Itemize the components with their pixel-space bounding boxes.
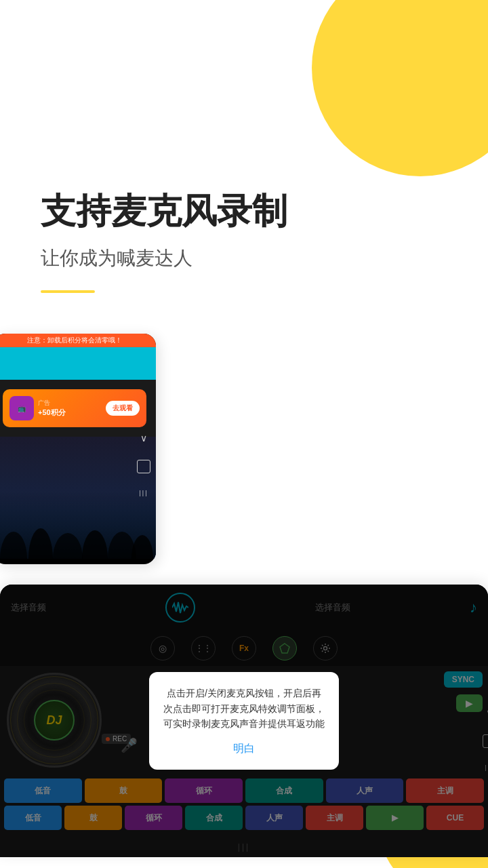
dj-app: 选择音频 选择音频 ♪ ◎ ⋮⋮ Fx bbox=[0, 585, 488, 857]
ad-points: +50积分 bbox=[38, 408, 66, 418]
svg-point-0 bbox=[0, 532, 27, 559]
ad-label: 广告 bbox=[38, 399, 66, 408]
hero-section: 支持麦克风录制 让你成为喊麦达人 bbox=[0, 0, 488, 320]
modal-text: 点击开启/关闭麦克风按钮，开启后再次点击即可打开麦克风特效调节面板，可实时录制麦… bbox=[163, 686, 325, 731]
concert-background bbox=[0, 437, 156, 559]
svg-point-1 bbox=[28, 528, 53, 559]
square-icon bbox=[137, 460, 150, 473]
dots-icon: ||| bbox=[139, 490, 148, 496]
device-section-2: 选择音频 选择音频 ♪ ◎ ⋮⋮ Fx bbox=[0, 585, 488, 857]
modal-overlay: 点击开启/关闭麦克风按钮，开启后再次点击即可打开麦克风特效调节面板，可实时录制麦… bbox=[0, 585, 488, 857]
main-title: 支持麦克风录制 bbox=[41, 190, 447, 232]
chevron-down-icon[interactable]: ∨ bbox=[140, 433, 147, 443]
svg-point-2 bbox=[53, 533, 83, 559]
svg-point-3 bbox=[82, 530, 108, 559]
ad-watch-btn[interactable]: 去观看 bbox=[106, 401, 140, 416]
modal-dialog: 点击开启/关闭麦克风按钮，开启后再次点击即可打开麦克风特效调节面板，可实时录制麦… bbox=[149, 672, 339, 770]
warning-banner: 注意：卸载后积分将会清零哦！ bbox=[0, 334, 156, 347]
device-section-1: 注意：卸载后积分将会清零哦！ 📺 广告 +50积分 bbox=[0, 334, 488, 564]
device-frame-2: 选择音频 选择音频 ♪ ◎ ⋮⋮ Fx bbox=[0, 585, 488, 857]
svg-point-5 bbox=[131, 535, 153, 559]
ad-card[interactable]: 📺 广告 +50积分 去观看 bbox=[3, 389, 146, 427]
accent-line bbox=[41, 290, 95, 293]
sub-title: 让你成为喊麦达人 bbox=[41, 245, 447, 271]
device-screen-1: 注意：卸载后积分将会清零哦！ 📺 广告 +50积分 bbox=[0, 334, 156, 564]
device-frame-1: 注意：卸载后积分将会清零哦！ 📺 广告 +50积分 bbox=[0, 334, 156, 564]
modal-confirm-btn[interactable]: 明白 bbox=[163, 742, 325, 756]
device-header-bar bbox=[0, 347, 156, 380]
ad-icon: 📺 bbox=[9, 396, 34, 420]
